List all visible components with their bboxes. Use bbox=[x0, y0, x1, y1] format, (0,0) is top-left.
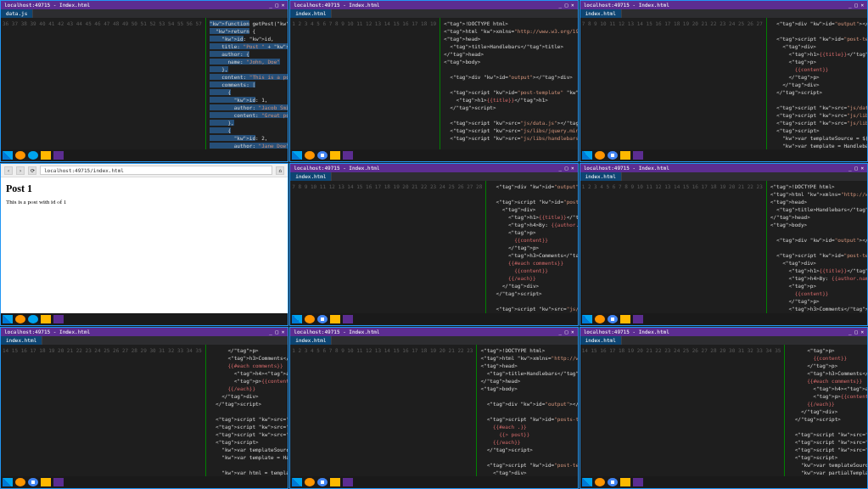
explorer-icon[interactable] bbox=[620, 151, 630, 160]
tabs: index.html bbox=[580, 172, 867, 181]
explorer-icon[interactable] bbox=[330, 478, 340, 486]
reload-button[interactable]: ⟳ bbox=[28, 166, 36, 175]
gutter: 7 8 9 10 11 12 13 14 15 16 17 18 19 20 2… bbox=[290, 181, 486, 312]
explorer-icon[interactable] bbox=[620, 315, 630, 323]
chrome-icon[interactable] bbox=[317, 315, 328, 323]
explorer-icon[interactable] bbox=[41, 151, 51, 160]
chrome-icon[interactable] bbox=[608, 151, 618, 160]
explorer-icon[interactable] bbox=[620, 478, 630, 486]
chrome-icon[interactable] bbox=[608, 315, 618, 323]
vs-pane-5: localhost:49715 - Index.html _ □ × index… bbox=[289, 163, 578, 325]
editor[interactable]: 14 15 16 17 18 19 20 21 22 23 24 25 26 2… bbox=[580, 345, 867, 476]
vs-icon[interactable] bbox=[53, 315, 64, 323]
explorer-icon[interactable] bbox=[330, 315, 340, 323]
code[interactable]: <"tag">!DOCTYPE html> <"tag">html "kw">x… bbox=[477, 345, 577, 476]
window-controls[interactable]: _ □ × bbox=[848, 2, 864, 8]
window-controls[interactable]: _ □ × bbox=[848, 165, 864, 171]
window-controls[interactable]: _ □ × bbox=[559, 165, 574, 171]
tab-active[interactable]: index.html bbox=[290, 9, 332, 18]
code[interactable]: <"tag">div "kw">id="output"></"tag">div>… bbox=[767, 18, 867, 149]
firefox-icon[interactable] bbox=[595, 478, 605, 486]
window-title: localhost:49715 - Index.html bbox=[4, 329, 90, 335]
code[interactable]: </"tag">p> <"tag">h3>Comments</"tag">h3>… bbox=[206, 345, 288, 476]
tab-active[interactable]: index.html bbox=[580, 172, 622, 181]
browser-pane: ‹ › ⟳ localhost:49715/index.html ⌂ Post … bbox=[0, 163, 288, 325]
tab-active[interactable]: index.html bbox=[1, 336, 42, 345]
firefox-icon[interactable] bbox=[15, 315, 25, 323]
gutter: 7 8 9 10 11 12 13 14 15 16 17 18 19 20 2… bbox=[580, 18, 767, 149]
taskbar bbox=[290, 313, 577, 325]
window-controls[interactable]: _ □ × bbox=[848, 329, 864, 335]
tab-active[interactable]: data.js bbox=[1, 9, 33, 18]
explorer-icon[interactable] bbox=[330, 151, 340, 160]
tab-active[interactable]: index.html bbox=[580, 9, 622, 18]
start-icon[interactable] bbox=[3, 315, 13, 323]
start-icon[interactable] bbox=[292, 151, 302, 160]
start-icon[interactable] bbox=[582, 315, 592, 323]
taskbar bbox=[580, 476, 867, 488]
code[interactable]: <"tag">!DOCTYPE html> <"tag">html "kw">x… bbox=[440, 18, 578, 149]
window-controls[interactable]: _ □ × bbox=[269, 329, 284, 335]
vs-icon[interactable] bbox=[343, 151, 353, 160]
editor[interactable]: 7 8 9 10 11 12 13 14 15 16 17 18 19 20 2… bbox=[290, 181, 577, 312]
titlebar: localhost:49715 - Index.html _ □ × bbox=[580, 164, 867, 172]
tabs: index.html bbox=[290, 9, 577, 18]
window-controls[interactable]: _ □ × bbox=[559, 2, 574, 8]
tab-active[interactable]: index.html bbox=[580, 336, 622, 345]
gutter: 1 2 3 4 5 6 7 8 9 10 11 12 13 14 15 16 1… bbox=[580, 181, 767, 312]
start-icon[interactable] bbox=[3, 478, 13, 486]
vs-icon[interactable] bbox=[53, 151, 64, 160]
tab-active[interactable]: index.html bbox=[290, 172, 332, 181]
vs-pane-3: localhost:49715 - Index.html _ □ × index… bbox=[580, 0, 868, 162]
window-title: localhost:49715 - Index.html bbox=[294, 165, 379, 171]
tab-active[interactable]: index.html bbox=[290, 336, 332, 345]
vs-icon[interactable] bbox=[343, 478, 353, 486]
explorer-icon[interactable] bbox=[41, 315, 51, 323]
page-body: This is a post with id of 1 bbox=[6, 199, 283, 205]
back-button[interactable]: ‹ bbox=[4, 166, 13, 175]
chrome-icon[interactable] bbox=[317, 478, 328, 486]
editor[interactable]: 1 2 3 4 5 6 7 8 9 10 11 12 13 14 15 16 1… bbox=[580, 181, 867, 312]
vs-icon[interactable] bbox=[53, 478, 64, 486]
firefox-icon[interactable] bbox=[305, 315, 315, 323]
vs-icon[interactable] bbox=[633, 478, 643, 486]
start-icon[interactable] bbox=[292, 478, 302, 486]
vs-icon[interactable] bbox=[343, 315, 353, 323]
firefox-icon[interactable] bbox=[595, 315, 605, 323]
firefox-icon[interactable] bbox=[305, 478, 315, 486]
chrome-icon[interactable] bbox=[28, 478, 38, 486]
start-icon[interactable] bbox=[3, 151, 13, 160]
start-icon[interactable] bbox=[582, 478, 592, 486]
window-controls[interactable]: _ □ × bbox=[269, 2, 284, 8]
editor[interactable]: 1 2 3 4 5 6 7 8 9 10 11 12 13 14 15 16 1… bbox=[290, 345, 577, 476]
titlebar: localhost:49715 - Index.html _ □ × bbox=[290, 1, 577, 9]
editor[interactable]: 1 2 3 4 5 6 7 8 9 10 11 12 13 14 15 16 1… bbox=[290, 18, 577, 149]
start-icon[interactable] bbox=[582, 151, 592, 160]
code[interactable]: "kw">function getPost("kw">id) { "kw">re… bbox=[206, 18, 288, 149]
code[interactable]: <"tag">!DOCTYPE html> <"tag">html "kw">x… bbox=[767, 181, 867, 312]
editor[interactable]: 36 37 38 39 40 41 42 43 44 45 46 47 48 4… bbox=[1, 18, 288, 149]
firefox-icon[interactable] bbox=[15, 151, 25, 160]
ie-icon[interactable] bbox=[28, 315, 38, 323]
vs-icon[interactable] bbox=[633, 151, 643, 160]
url-bar[interactable]: localhost:49715/index.html bbox=[40, 166, 272, 175]
chrome-icon[interactable] bbox=[317, 151, 328, 160]
vs-pane-1: localhost:49715 - Index.html _ □ × data.… bbox=[0, 0, 288, 162]
vs-icon[interactable] bbox=[633, 315, 643, 323]
chrome-icon[interactable] bbox=[608, 478, 618, 486]
firefox-icon[interactable] bbox=[305, 151, 315, 160]
start-icon[interactable] bbox=[292, 315, 302, 323]
firefox-icon[interactable] bbox=[15, 478, 25, 486]
home-button[interactable]: ⌂ bbox=[276, 166, 284, 175]
editor[interactable]: 14 15 16 17 18 19 20 21 22 23 24 25 26 2… bbox=[1, 345, 288, 476]
tabs: index.html bbox=[290, 172, 577, 181]
gutter: 36 37 38 39 40 41 42 43 44 45 46 47 48 4… bbox=[1, 18, 206, 149]
explorer-icon[interactable] bbox=[41, 478, 51, 486]
firefox-icon[interactable] bbox=[595, 151, 605, 160]
ie-icon[interactable] bbox=[28, 151, 38, 160]
editor[interactable]: 7 8 9 10 11 12 13 14 15 16 17 18 19 20 2… bbox=[580, 18, 867, 149]
forward-button[interactable]: › bbox=[16, 166, 25, 175]
code[interactable]: <"tag">div "kw">id="output"></"tag">div>… bbox=[486, 181, 577, 312]
code[interactable]: <"tag">p> {{content}} </"tag">p> <"tag">… bbox=[785, 345, 867, 476]
window-controls[interactable]: _ □ × bbox=[559, 329, 574, 335]
